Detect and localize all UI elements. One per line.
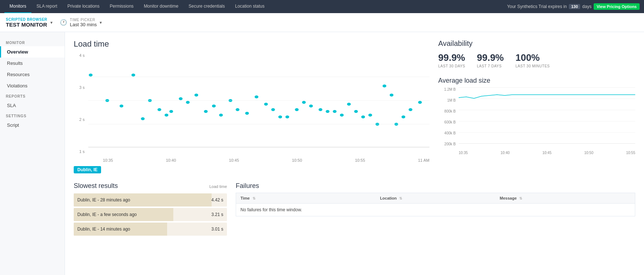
x-label-1035: 10:35	[103, 158, 113, 162]
avail-period-7d: LAST 7 DAYS	[477, 64, 504, 68]
slowest-location-2: Dublin, IE - 14 minutes ago	[77, 227, 130, 232]
avg-x-4: 10:50	[584, 151, 593, 155]
slowest-title: Slowest results	[74, 182, 118, 190]
svg-point-28	[326, 110, 329, 113]
avg-load-chart: 1.2M B 1M B 800k B 600k B 400k B 200k B	[438, 87, 635, 155]
svg-point-19	[255, 95, 258, 98]
svg-point-17	[236, 108, 239, 111]
svg-point-8	[165, 114, 168, 117]
svg-point-15	[219, 114, 223, 117]
slowest-row-1[interactable]: Dublin, IE - a few seconds ago 3.21 s	[74, 208, 227, 221]
avg-load-section: Average load size 1.2M B 1M B 800k B 600…	[438, 77, 635, 155]
x-label-1040: 10:40	[166, 158, 176, 162]
svg-point-4	[131, 74, 135, 76]
sidebar-section-settings: SETTINGS	[0, 111, 65, 119]
svg-point-29	[333, 110, 336, 113]
main-layout: MONITOR Overview Results Resources Viola…	[0, 32, 644, 275]
no-failures-text: No failures for this time window.	[236, 204, 635, 216]
svg-point-34	[368, 114, 372, 117]
monitor-title-text: SCRIPTED BROWSER TEST MONITOR	[6, 17, 47, 28]
slowest-row-2[interactable]: Dublin, IE - 14 minutes ago 3.01 s	[74, 223, 227, 236]
trial-text: Your Synthetics Trial expires in	[507, 4, 567, 9]
svg-point-3	[120, 105, 123, 107]
availability-title: Availability	[438, 39, 635, 48]
right-panels: Availability 99.9% LAST 30 DAYS 99.9% LA…	[438, 39, 635, 173]
svg-point-5	[141, 117, 144, 120]
trial-info: Your Synthetics Trial expires in 130 day…	[507, 3, 640, 10]
svg-point-23	[285, 115, 289, 118]
sidebar-item-violations[interactable]: Violations	[0, 80, 65, 91]
slowest-col-label: Load time	[209, 184, 227, 189]
svg-point-33	[361, 115, 365, 118]
time-sort-icon[interactable]: ⇅	[252, 196, 255, 200]
load-time-y-labels: 4 s 3 s 2 s 1 s	[74, 53, 87, 155]
load-time-x-labels: 10:35 10:40 10:45 10:50 10:55 11 AM	[88, 158, 429, 162]
svg-point-10	[179, 97, 182, 100]
failures-col-location[interactable]: Location ⇅	[375, 193, 495, 204]
svg-point-21	[271, 108, 275, 111]
nav-secure-credentials[interactable]: Secure credentials	[184, 0, 230, 13]
availability-metrics: 99.9% LAST 30 DAYS 99.9% LAST 7 DAYS 100…	[438, 52, 635, 68]
avg-x-1: 10:35	[459, 151, 468, 155]
clock-icon: 🕐	[60, 19, 67, 26]
svg-point-40	[409, 108, 412, 111]
sidebar-item-resources[interactable]: Resources	[0, 69, 65, 80]
time-picker[interactable]: 🕐 TIME PICKER Last 30 mins ▾	[60, 18, 102, 27]
svg-point-12	[194, 94, 198, 97]
nav-location-status[interactable]: Location status	[230, 0, 270, 13]
failures-col-message[interactable]: Message ⇅	[495, 193, 635, 204]
nav-items: Monitors SLA report Private locations Pe…	[4, 0, 507, 13]
x-label-1050: 10:50	[292, 158, 302, 162]
svg-point-22	[278, 115, 282, 118]
message-sort-icon[interactable]: ⇅	[519, 196, 522, 200]
svg-point-20	[264, 103, 268, 106]
x-label-11am: 11 AM	[418, 158, 429, 162]
sidebar-item-script[interactable]: Script	[0, 119, 65, 131]
avg-x-2: 10:40	[501, 151, 510, 155]
avail-value-30d: 99.9%	[438, 52, 465, 63]
main-content: Load time 4 s 3 s 2 s 1 s	[65, 32, 644, 275]
failures-col-time[interactable]: Time ⇅	[236, 193, 376, 204]
location-badge: Dublin, IE	[74, 166, 101, 173]
avg-load-y-labels: 1.2M B 1M B 800k B 600k B 400k B 200k B	[438, 87, 457, 146]
y-label-1s: 1 s	[74, 149, 87, 154]
sidebar-item-results[interactable]: Results	[0, 58, 65, 69]
slowest-row-0[interactable]: Dublin, IE - 28 minutes ago 4.42 s	[74, 193, 227, 207]
load-time-svg	[88, 53, 429, 148]
avg-y-1: 1.2M B	[438, 87, 457, 91]
failures-section: Failures Time ⇅ Location ⇅	[236, 182, 635, 237]
x-label-1045: 10:45	[229, 158, 239, 162]
svg-point-18	[245, 112, 249, 115]
location-sort-icon[interactable]: ⇅	[399, 196, 402, 200]
chevron-down-icon[interactable]: ▾	[50, 20, 53, 25]
sidebar-item-sla[interactable]: SLA	[0, 100, 65, 111]
nav-sla-report[interactable]: SLA report	[31, 0, 62, 13]
time-picker-label: TIME PICKER	[70, 18, 97, 22]
nav-monitor-downtime[interactable]: Monitor downtime	[139, 0, 184, 13]
svg-point-37	[390, 94, 393, 97]
svg-point-25	[302, 101, 306, 104]
time-picker-chevron-icon[interactable]: ▾	[100, 20, 102, 25]
nav-private-locations[interactable]: Private locations	[62, 0, 105, 13]
svg-point-39	[401, 115, 405, 118]
sidebar-section-reports: REPORTS	[0, 91, 65, 100]
avg-y-2: 1M B	[438, 98, 457, 102]
nav-permissions[interactable]: Permissions	[105, 0, 139, 13]
view-pricing-button[interactable]: View Pricing Options	[594, 3, 640, 10]
sidebar: MONITOR Overview Results Resources Viola…	[0, 32, 65, 275]
svg-point-26	[309, 105, 313, 107]
monitor-title-block: SCRIPTED BROWSER TEST MONITOR ▾	[6, 17, 53, 28]
x-label-1055: 10:55	[355, 158, 365, 162]
slowest-time-2: 3.01 s	[211, 227, 223, 232]
avail-value-7d: 99.9%	[477, 52, 504, 63]
availability-30-days: 99.9% LAST 30 DAYS	[438, 52, 465, 68]
slowest-results: Slowest results Load time Dublin, IE - 2…	[74, 182, 227, 237]
sidebar-item-overview[interactable]: Overview	[0, 46, 65, 58]
header-bar: SCRIPTED BROWSER TEST MONITOR ▾ 🕐 TIME P…	[0, 13, 644, 32]
monitor-label: SCRIPTED BROWSER	[6, 17, 47, 21]
nav-monitors[interactable]: Monitors	[4, 0, 31, 13]
svg-point-9	[169, 110, 173, 113]
svg-point-11	[186, 101, 190, 104]
avg-load-title: Average load size	[438, 77, 635, 85]
load-time-title: Load time	[74, 39, 429, 49]
